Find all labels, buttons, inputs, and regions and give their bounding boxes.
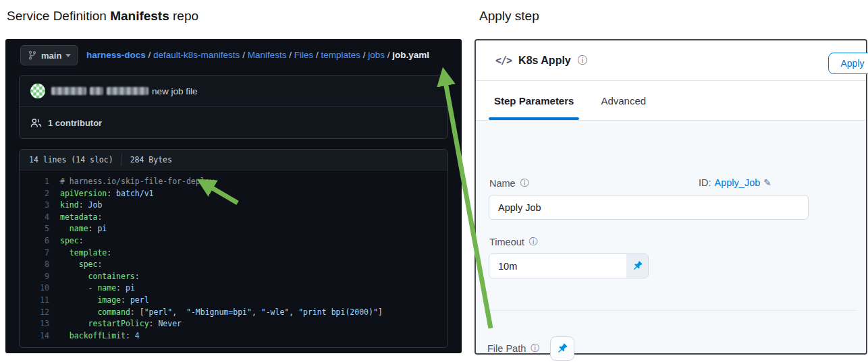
code-line: 10 - name: pi (20, 282, 447, 295)
code-line: 4metadata: (20, 212, 447, 224)
breadcrumb-separator: / (240, 50, 247, 60)
timeout-field-label: Timeout ⓘ (489, 236, 538, 248)
timeout-info-icon[interactable]: ⓘ (529, 236, 538, 248)
line-number[interactable]: 1 (20, 176, 60, 188)
github-repo-panel: main harness-docs / default-k8s-manifest… (5, 39, 462, 353)
tab-step-parameters[interactable]: Step Parameters (494, 81, 574, 120)
code-line: 2apiVersion: batch/v1 (20, 188, 447, 200)
title-suffix: repo (169, 9, 198, 23)
contributors-icon (30, 117, 42, 129)
step-id: ID: Apply_Job ✎ (699, 177, 771, 188)
step-parameters-content: Name ⓘ ID: Apply_Job ✎ Timeout ⓘ File Pa… (476, 121, 866, 353)
code-text: restartPolicy: Never (60, 318, 182, 330)
step-title: K8s Apply (518, 55, 571, 67)
name-info-icon[interactable]: ⓘ (520, 177, 529, 189)
breadcrumb-job.yaml: job.yaml (392, 50, 429, 60)
title-bold: Manifests (110, 9, 169, 23)
line-number[interactable]: 10 (20, 282, 60, 295)
step-info-icon[interactable]: ⓘ (578, 55, 587, 67)
breadcrumb-harness-docs[interactable]: harness-docs (86, 50, 146, 60)
code-block: 1# harness.io/skip-file-for-deploy2apiVe… (20, 171, 447, 347)
timeout-input[interactable] (489, 254, 626, 278)
right-panel-title: Apply step (479, 9, 539, 24)
branch-selector-button[interactable]: main (20, 45, 78, 65)
title-prefix: Service Definition (7, 9, 110, 23)
file-stats-bar: 14 lines (14 sloc) 284 Bytes (20, 150, 447, 171)
line-number[interactable]: 11 (20, 295, 60, 307)
line-number[interactable]: 13 (20, 318, 60, 330)
breadcrumb-jobs[interactable]: jobs (368, 50, 385, 60)
code-text: spec: (60, 259, 102, 271)
code-text: apiVersion: batch/v1 (60, 188, 154, 200)
left-panel-title: Service Definition Manifests repo (7, 9, 198, 24)
file-path-info-icon[interactable]: ⓘ (531, 342, 539, 355)
edit-id-pencil-icon[interactable]: ✎ (763, 177, 771, 188)
code-line: 11 image: perl (20, 295, 447, 307)
line-number[interactable]: 12 (20, 307, 60, 319)
id-value-link[interactable]: Apply_Job (715, 177, 761, 188)
breadcrumb-separator: / (146, 50, 153, 60)
code-text: kind: Job (60, 200, 102, 212)
line-number[interactable]: 14 (20, 330, 60, 342)
chevron-down-icon (65, 54, 71, 57)
name-field-label: Name ⓘ (489, 177, 529, 189)
code-line: 6spec: (20, 235, 447, 247)
repo-topbar: main harness-docs / default-k8s-manifest… (5, 45, 462, 67)
stats-divider (121, 154, 122, 166)
breadcrumb: harness-docs / default-k8s-manifests / M… (86, 45, 429, 65)
tabs: Step ParametersAdvanced (476, 81, 866, 121)
breadcrumb-separator: / (286, 50, 294, 60)
code-line: 3kind: Job (20, 200, 447, 212)
code-line: 14 backoffLimit: 4 (20, 330, 447, 342)
branch-name: main (41, 51, 61, 61)
k8s-apply-step-panel: </> K8s Apply ⓘ Apply Step ParametersAdv… (474, 39, 867, 355)
code-line: 9 containers: (20, 271, 447, 283)
file-lines-stat: 14 lines (14 sloc) (29, 155, 113, 164)
line-number[interactable]: 7 (20, 247, 60, 260)
line-number[interactable]: 8 (20, 259, 60, 271)
code-line: 13 restartPolicy: Never (20, 318, 447, 330)
line-number[interactable]: 9 (20, 271, 60, 283)
contributors-row[interactable]: 1 contributor (20, 107, 447, 138)
timeout-pin-icon[interactable] (626, 254, 648, 278)
breadcrumb-Files[interactable]: Files (294, 50, 314, 60)
file-size-stat: 284 Bytes (130, 155, 172, 164)
latest-commit-row[interactable]: new job file (20, 76, 447, 107)
code-text: - name: pi (60, 282, 135, 295)
code-step-icon: </> (495, 55, 512, 67)
breadcrumb-Manifests[interactable]: Manifests (248, 50, 287, 60)
name-input[interactable] (489, 195, 809, 220)
step-header: </> K8s Apply ⓘ Apply (476, 40, 866, 81)
code-text: spec: (60, 235, 84, 247)
code-text: metadata: (60, 212, 102, 224)
file-viewer: 14 lines (14 sloc) 284 Bytes 1# harness.… (19, 149, 448, 348)
code-text: command: ["perl", "-Mbignum=bpi", "-wle"… (60, 307, 383, 319)
git-branch-icon (28, 51, 37, 60)
line-number[interactable]: 4 (20, 212, 60, 224)
commit-author-avatar[interactable] (30, 84, 45, 98)
file-path-pin-button[interactable] (550, 336, 574, 361)
commit-box: new job file 1 contributor (19, 75, 448, 139)
line-number[interactable]: 6 (20, 235, 60, 247)
commit-message[interactable]: new job file (51, 86, 198, 96)
line-number[interactable]: 2 (20, 188, 60, 200)
code-line: 5 name: pi (20, 223, 447, 235)
section-divider (487, 310, 856, 311)
line-number[interactable]: 3 (20, 200, 60, 212)
breadcrumb-templates[interactable]: templates (321, 50, 360, 60)
code-text: template: (60, 247, 111, 260)
code-line: 1# harness.io/skip-file-for-deploy (20, 176, 447, 188)
file-path-field-label: File Path ⓘ (487, 342, 539, 355)
pin-icon (557, 343, 568, 354)
breadcrumb-default-k8s-manifests[interactable]: default-k8s-manifests (153, 50, 240, 60)
apply-button[interactable]: Apply (828, 53, 868, 74)
tab-advanced[interactable]: Advanced (601, 81, 646, 120)
contributors-count: 1 contributor (48, 118, 102, 128)
line-number[interactable]: 5 (20, 223, 60, 235)
code-line: 8 spec: (20, 259, 447, 271)
commit-author-redacted (51, 86, 152, 96)
breadcrumb-separator: / (385, 50, 392, 60)
code-line: 7 template: (20, 247, 447, 260)
breadcrumb-separator: / (360, 50, 368, 60)
breadcrumb-separator: / (313, 50, 321, 60)
